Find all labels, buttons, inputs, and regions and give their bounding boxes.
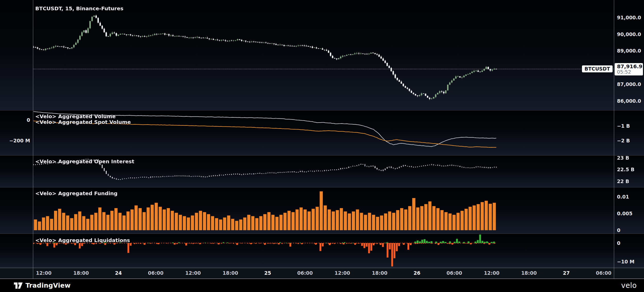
spot-volume-legend[interactable]: <Velo> Aggregated Spot Volume (35, 119, 131, 125)
volume-plot[interactable]: <Velo> Aggregated Volume <Velo> Aggregat… (33, 110, 614, 155)
time-axis[interactable]: 12:0018:002406:0012:0018:002506:0012:001… (0, 268, 644, 279)
tradingview-mark-icon (14, 282, 23, 289)
time-tick: 18:00 (372, 270, 387, 276)
axis-tick: 89,000.0 (617, 48, 641, 54)
price-canvas[interactable] (33, 2, 614, 110)
time-tick: 18:00 (521, 270, 537, 276)
volume-left-axis[interactable]: 0−200 M (0, 110, 33, 155)
symbol-legend[interactable]: BTCUSDT, 15, Binance-Futures (35, 6, 123, 11)
time-tick-day: 24 (115, 270, 122, 276)
left-scale-border (33, 0, 33, 279)
axis-tick: 22 B (617, 178, 629, 184)
axis-tick: 0 (27, 117, 30, 123)
axis-tick: 86,000.0 (617, 98, 641, 104)
time-tick: 12:00 (335, 270, 350, 276)
axis-tick: 0.01 (617, 194, 629, 200)
chart-root: BTCUSDT, 15, Binance-Futures BTCUSDT 87,… (0, 0, 644, 292)
liq-left-gutter (0, 234, 33, 268)
funding-plot[interactable]: <Velo> Aggregated Funding (33, 187, 614, 234)
top-strip (0, 0, 644, 2)
axis-tick: −200 M (9, 138, 30, 143)
price-plot[interactable]: BTCUSDT, 15, Binance-Futures BTCUSDT (33, 2, 614, 110)
funding-pane: <Velo> Aggregated Funding 0.010.0050 (0, 187, 644, 234)
oi-legend[interactable]: <Velo> Aggregated Open Interest (35, 159, 134, 164)
axis-tick: 22.5 B (617, 167, 634, 172)
tradingview-wordmark: TradingView (25, 282, 71, 289)
liquidations-pane: <Velo> Aggregated Liquidations 0−10 M (0, 234, 644, 268)
time-tick: 12:00 (36, 270, 51, 276)
tradingview-logo[interactable]: TradingView (14, 282, 71, 289)
open-interest-pane: <Velo> Aggregated Open Interest 23 B22.5… (0, 155, 644, 187)
price-pane: BTCUSDT, 15, Binance-Futures BTCUSDT 87,… (0, 2, 644, 110)
time-tick: 12:00 (484, 270, 499, 276)
bar-countdown: 05:52 (617, 69, 643, 75)
liq-legend[interactable]: <Velo> Aggregated Liquidations (35, 237, 130, 243)
funding-legend[interactable]: <Velo> Aggregated Funding (35, 191, 118, 196)
axis-tick: 0.005 (617, 211, 632, 216)
volume-canvas[interactable] (33, 110, 614, 156)
last-price-symbol-tag: BTCUSDT (582, 65, 613, 72)
last-price-value: 87,916.9 (617, 64, 643, 69)
axis-tick: 0 (617, 227, 620, 233)
axis-tick: 90,000.0 (617, 31, 641, 37)
time-tick: 06:00 (596, 270, 611, 276)
time-tick-day: 25 (264, 270, 271, 276)
time-tick: 12:00 (185, 270, 201, 276)
volume-right-axis[interactable]: −1 B−2 B (614, 110, 644, 155)
funding-canvas[interactable] (33, 187, 614, 234)
time-tick: 06:00 (148, 270, 163, 276)
time-tick: 18:00 (73, 270, 89, 276)
time-tick: 18:00 (223, 270, 238, 276)
price-axis[interactable]: 87,916.9 05:52 91,000.090,000.089,000.08… (614, 2, 644, 110)
last-price-label: 87,916.9 05:52 (615, 63, 643, 75)
time-tick: 06:00 (297, 270, 313, 276)
price-left-gutter (0, 2, 33, 110)
oi-left-gutter (0, 156, 33, 187)
funding-left-gutter (0, 187, 33, 234)
footer-bar: TradingView velo (0, 279, 644, 292)
velo-logo[interactable]: velo (621, 281, 637, 290)
liq-right-axis[interactable]: 0−10 M (614, 234, 644, 268)
liq-plot[interactable]: <Velo> Aggregated Liquidations (33, 234, 614, 268)
funding-right-axis[interactable]: 0.010.0050 (614, 187, 644, 234)
axis-tick: −2 B (617, 138, 630, 143)
right-scale-border (614, 0, 614, 279)
axis-tick: 23 B (617, 155, 629, 161)
volume-legend[interactable]: <Velo> Aggregated Volume (35, 114, 116, 119)
oi-plot[interactable]: <Velo> Aggregated Open Interest (33, 156, 614, 187)
time-tick-day: 26 (414, 270, 420, 276)
axis-tick: −10 M (617, 259, 634, 264)
axis-tick: 87,000.0 (617, 81, 641, 87)
time-tick: 06:00 (447, 270, 462, 276)
axis-tick: −1 B (617, 123, 630, 129)
axis-tick: 0 (617, 240, 620, 246)
time-tick-day: 27 (563, 270, 570, 276)
volume-pane: 0−200 M <Velo> Aggregated Volume <Velo> … (0, 110, 644, 155)
axis-tick: 91,000.0 (617, 15, 641, 20)
oi-right-axis[interactable]: 23 B22.5 B22 B (614, 156, 644, 187)
